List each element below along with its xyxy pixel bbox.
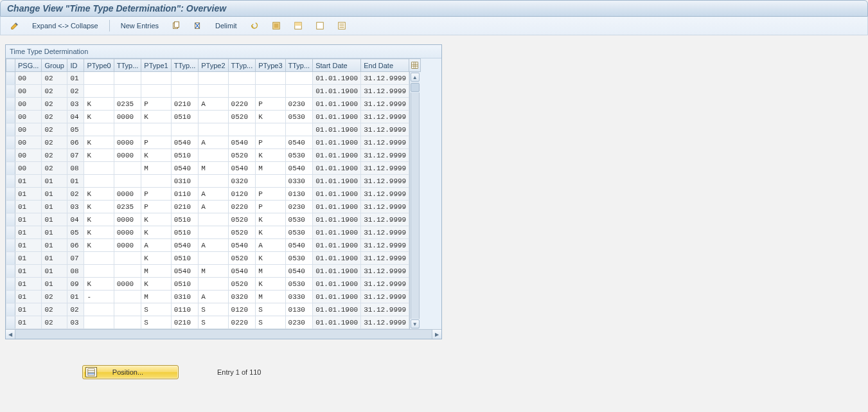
cell-group[interactable]: 01 (42, 239, 67, 252)
toggle-display-change-button[interactable] (6, 19, 24, 32)
cell-start[interactable]: 01.01.1900 (313, 123, 361, 136)
cell-pt0[interactable]: K (84, 226, 114, 239)
cell-pt2[interactable] (199, 175, 228, 188)
cell-pt3[interactable]: P (256, 188, 285, 201)
new-entries-button[interactable]: New Entries (116, 19, 163, 32)
row-selector[interactable] (6, 72, 15, 85)
cell-tt0[interactable]: 0000 (114, 188, 141, 201)
cell-tt3[interactable]: 0130 (285, 188, 313, 201)
cell-pt1[interactable]: P (141, 136, 171, 149)
col-ttype0[interactable]: TTyp... (114, 59, 141, 72)
cell-tt0[interactable]: 0000 (114, 136, 141, 149)
row-selector-header[interactable] (6, 59, 15, 72)
cell-group[interactable]: 02 (42, 291, 67, 303)
cell-tt2[interactable]: 0540 (228, 239, 256, 252)
cell-tt1[interactable]: 0510 (171, 213, 199, 226)
cell-pt2[interactable]: A (199, 201, 228, 213)
row-selector[interactable] (6, 175, 15, 188)
cell-tt0[interactable] (114, 316, 141, 329)
cell-psg[interactable]: 01 (15, 213, 42, 226)
cell-tt0[interactable] (114, 175, 141, 188)
cell-pt2[interactable] (199, 252, 228, 265)
cell-id[interactable]: 03 (67, 316, 84, 329)
cell-pt3[interactable]: K (256, 252, 285, 265)
cell-end[interactable]: 31.12.9999 (361, 123, 409, 136)
cell-end[interactable]: 31.12.9999 (361, 226, 409, 239)
cell-pt1[interactable] (141, 72, 171, 85)
cell-pt1[interactable]: M (141, 265, 171, 278)
cell-group[interactable]: 02 (42, 123, 67, 136)
cell-pt3[interactable] (256, 85, 285, 98)
cell-tt1[interactable]: 0210 (171, 98, 199, 111)
col-ttype3[interactable]: TTyp... (285, 59, 313, 72)
cell-pt0[interactable] (84, 175, 114, 188)
cell-group[interactable]: 01 (42, 188, 67, 201)
cell-tt1[interactable]: 0510 (171, 226, 199, 239)
cell-psg[interactable]: 01 (15, 265, 42, 278)
cell-tt0[interactable] (114, 85, 141, 98)
cell-pt0[interactable] (84, 85, 114, 98)
col-ptype1[interactable]: PType1 (141, 59, 171, 72)
cell-id[interactable]: 02 (67, 303, 84, 316)
cell-start[interactable]: 01.01.1900 (313, 188, 361, 201)
cell-tt1[interactable]: 0210 (171, 201, 199, 213)
cell-pt1[interactable]: P (141, 98, 171, 111)
cell-pt2[interactable] (199, 149, 228, 162)
cell-tt3[interactable] (285, 123, 313, 136)
col-ptype3[interactable]: PType3 (256, 59, 285, 72)
cell-tt2[interactable]: 0520 (228, 149, 256, 162)
cell-tt1[interactable]: 0510 (171, 252, 199, 265)
cell-pt0[interactable] (84, 316, 114, 329)
cell-tt2[interactable]: 0220 (228, 98, 256, 111)
cell-pt0[interactable]: K (84, 111, 114, 123)
cell-group[interactable]: 02 (42, 149, 67, 162)
cell-tt3[interactable]: 0130 (285, 303, 313, 316)
cell-id[interactable]: 03 (67, 201, 84, 213)
cell-pt0[interactable]: K (84, 149, 114, 162)
row-selector[interactable] (6, 136, 15, 149)
cell-start[interactable]: 01.01.1900 (313, 201, 361, 213)
cell-pt1[interactable]: M (141, 291, 171, 303)
cell-end[interactable]: 31.12.9999 (361, 278, 409, 291)
select-block-button[interactable] (289, 19, 307, 32)
cell-pt1[interactable]: K (141, 111, 171, 123)
cell-tt0[interactable] (114, 162, 141, 175)
cell-tt0[interactable]: 0000 (114, 278, 141, 291)
cell-pt3[interactable]: M (256, 162, 285, 175)
scroll-left-button[interactable]: ◀ (6, 330, 15, 339)
cell-tt2[interactable] (228, 123, 256, 136)
scroll-down-button[interactable]: ▼ (411, 319, 420, 328)
cell-tt0[interactable]: 0000 (114, 239, 141, 252)
cell-tt1[interactable] (171, 85, 199, 98)
cell-pt2[interactable] (199, 85, 228, 98)
cell-start[interactable]: 01.01.1900 (313, 162, 361, 175)
cell-tt2[interactable]: 0520 (228, 111, 256, 123)
delimit-button[interactable]: Delimit (211, 19, 242, 32)
cell-tt0[interactable] (114, 265, 141, 278)
cell-tt3[interactable]: 0530 (285, 213, 313, 226)
cell-pt1[interactable]: M (141, 162, 171, 175)
cell-start[interactable]: 01.01.1900 (313, 265, 361, 278)
row-selector[interactable] (6, 201, 15, 213)
cell-group[interactable]: 01 (42, 226, 67, 239)
cell-tt1[interactable]: 0540 (171, 239, 199, 252)
cell-id[interactable]: 06 (67, 136, 84, 149)
cell-group[interactable]: 02 (42, 136, 67, 149)
cell-pt0[interactable] (84, 252, 114, 265)
cell-id[interactable]: 08 (67, 162, 84, 175)
col-ttype2[interactable]: TTyp... (228, 59, 256, 72)
cell-psg[interactable]: 00 (15, 136, 42, 149)
select-all-button[interactable] (267, 19, 285, 32)
cell-pt3[interactable]: K (256, 278, 285, 291)
cell-pt3[interactable] (256, 175, 285, 188)
cell-end[interactable]: 31.12.9999 (361, 98, 409, 111)
cell-pt2[interactable]: A (199, 188, 228, 201)
cell-pt1[interactable] (141, 175, 171, 188)
row-selector[interactable] (6, 111, 15, 123)
cell-psg[interactable]: 01 (15, 291, 42, 303)
cell-tt3[interactable]: 0540 (285, 265, 313, 278)
cell-tt1[interactable]: 0510 (171, 111, 199, 123)
cell-pt3[interactable]: M (256, 265, 285, 278)
cell-tt3[interactable]: 0530 (285, 111, 313, 123)
cell-psg[interactable]: 00 (15, 123, 42, 136)
